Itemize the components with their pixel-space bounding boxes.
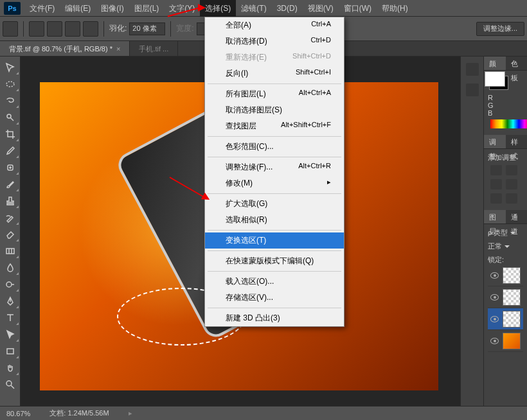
tab-label: 手机.tif ... — [139, 41, 168, 57]
tool-preset-icon[interactable] — [3, 21, 18, 37]
menu-item[interactable]: 图层(L) — [129, 0, 165, 17]
menu-separator — [208, 250, 341, 251]
crop-tool-icon[interactable] — [1, 127, 19, 142]
menu-item[interactable]: 全部(A)Ctrl+A — [205, 17, 344, 33]
menu-item[interactable]: 修改(M)▸ — [205, 175, 344, 191]
rectangle-tool-icon[interactable] — [1, 344, 19, 359]
tab-active[interactable]: 背景.tif @ 80.7% (手机, RGB/8) * × — [0, 41, 130, 56]
menu-item[interactable]: 视图(V) — [303, 0, 339, 17]
lasso-tool-icon[interactable] — [1, 93, 19, 109]
channel-tab[interactable]: 通道 — [506, 210, 528, 223]
layer-row[interactable] — [488, 308, 523, 330]
feather-input[interactable] — [129, 22, 165, 35]
actions-panel-icon[interactable] — [466, 83, 479, 96]
annotation-arrow-1-head — [198, 4, 206, 12]
zoom-tool-icon[interactable] — [1, 377, 19, 392]
menu-item[interactable]: 调整边缘(F)...Alt+Ctrl+R — [205, 159, 344, 175]
g-label: G — [488, 101, 494, 109]
svg-point-6 — [6, 381, 12, 386]
healing-tool-icon[interactable] — [1, 160, 19, 175]
pen-tool-icon[interactable] — [1, 293, 19, 309]
menu-item[interactable]: 滤镜(T) — [236, 0, 271, 17]
menu-item[interactable]: 存储选区(V)... — [205, 290, 344, 306]
zoom-level[interactable]: 80.67% — [6, 410, 30, 417]
visibility-icon[interactable] — [490, 316, 499, 322]
menu-separator — [208, 230, 341, 231]
menu-separator — [208, 271, 341, 272]
layer-thumb — [503, 267, 521, 284]
menu-item[interactable]: 变换选区(T) — [205, 232, 344, 249]
menu-item[interactable]: 查找图层Alt+Shift+Ctrl+F — [205, 118, 344, 134]
panels-dock: 颜色 色板 R G B 调整 样式 添加调整 — [483, 57, 527, 406]
layer-row[interactable] — [488, 286, 523, 308]
layer-row[interactable] — [488, 330, 523, 352]
history-panel-icon[interactable] — [466, 63, 479, 76]
menu-item[interactable]: 3D(D) — [272, 0, 303, 17]
menu-item[interactable]: 帮助(H) — [377, 0, 413, 17]
eyedropper-tool-icon[interactable] — [1, 143, 19, 159]
color-tab[interactable]: 颜色 — [484, 57, 506, 70]
layer-tab[interactable]: 图层 — [484, 210, 506, 223]
collapsed-panels — [460, 57, 483, 406]
vibrance-icon[interactable] — [490, 193, 502, 204]
add-selection-icon[interactable] — [47, 21, 62, 37]
gradient-tool-icon[interactable] — [1, 243, 19, 259]
menu-item[interactable]: 选取相似(R) — [205, 212, 344, 228]
new-selection-icon[interactable] — [29, 21, 44, 37]
menu-item[interactable]: 编辑(E) — [60, 0, 96, 17]
kind-filter[interactable]: ρ 类型 — [488, 228, 523, 238]
blur-tool-icon[interactable] — [1, 260, 19, 276]
menu-item[interactable]: 扩大选取(G) — [205, 196, 344, 212]
subtract-selection-icon[interactable] — [65, 21, 80, 37]
brightness-icon[interactable] — [490, 165, 502, 175]
visibility-icon[interactable] — [490, 272, 499, 279]
menu-item[interactable]: 在快速蒙版模式下编辑(Q) — [205, 253, 344, 269]
type-tool-icon[interactable] — [1, 310, 19, 326]
status-bar: 80.67% 文档: 1.24M/5.56M ▸ — [0, 406, 527, 420]
menu-item[interactable]: 反向(I)Shift+Ctrl+I — [205, 66, 344, 82]
swatch-tab[interactable]: 色板 — [506, 57, 528, 70]
menu-item[interactable]: 新建 3D 凸出(3) — [205, 310, 344, 326]
dodge-tool-icon[interactable] — [1, 277, 19, 292]
move-tool-icon[interactable] — [1, 60, 19, 75]
exposure-icon[interactable] — [506, 179, 517, 189]
menu-item[interactable]: 所有图层(L)Alt+Ctrl+A — [205, 86, 344, 102]
feather-label: 羽化: — [109, 23, 127, 34]
layer-row[interactable] — [488, 265, 523, 286]
menu-item[interactable]: 色彩范围(C)... — [205, 139, 344, 155]
menu-item[interactable]: 图像(I) — [96, 0, 129, 17]
history-brush-tool-icon[interactable] — [1, 210, 19, 225]
path-select-tool-icon[interactable] — [1, 327, 19, 342]
color-ramp[interactable] — [490, 119, 527, 128]
layer-thumb — [503, 289, 521, 306]
hue-icon[interactable] — [506, 193, 517, 204]
visibility-icon[interactable] — [490, 338, 499, 344]
hand-tool-icon[interactable] — [1, 360, 19, 376]
foreground-background-swatch[interactable] — [489, 76, 508, 90]
tab-inactive[interactable]: 手机.tif ... — [130, 41, 178, 56]
brush-tool-icon[interactable] — [1, 177, 19, 192]
width-label: 宽度: — [176, 23, 193, 34]
menu-separator — [208, 157, 341, 157]
menu-item[interactable]: 取消选择图层(S) — [205, 102, 344, 118]
intersect-selection-icon[interactable] — [83, 21, 98, 37]
menu-separator — [208, 308, 341, 308]
marquee-tool-icon[interactable] — [1, 76, 19, 92]
menu-item[interactable]: 文件(F) — [24, 0, 60, 17]
close-icon[interactable]: × — [116, 41, 120, 57]
app-icon: Ps — [4, 2, 21, 15]
menu-item: 重新选择(E)Shift+Ctrl+D — [205, 49, 344, 66]
menu-item[interactable]: 载入选区(O)... — [205, 274, 344, 290]
eraser-tool-icon[interactable] — [1, 227, 19, 242]
blend-mode[interactable]: 正常 — [488, 241, 523, 251]
menu-item[interactable]: 取消选择(D)Ctrl+D — [205, 33, 344, 49]
quick-select-tool-icon[interactable] — [1, 110, 19, 125]
menu-item[interactable]: 窗口(W) — [339, 0, 377, 17]
visibility-icon[interactable] — [490, 294, 499, 301]
refine-edge-button[interactable]: 调整边缘... — [476, 22, 524, 36]
style-tab[interactable]: 样式 — [506, 135, 528, 148]
levels-icon[interactable] — [506, 165, 517, 175]
adjust-tab[interactable]: 调整 — [484, 135, 506, 148]
curves-icon[interactable] — [490, 179, 502, 189]
stamp-tool-icon[interactable] — [1, 193, 19, 209]
